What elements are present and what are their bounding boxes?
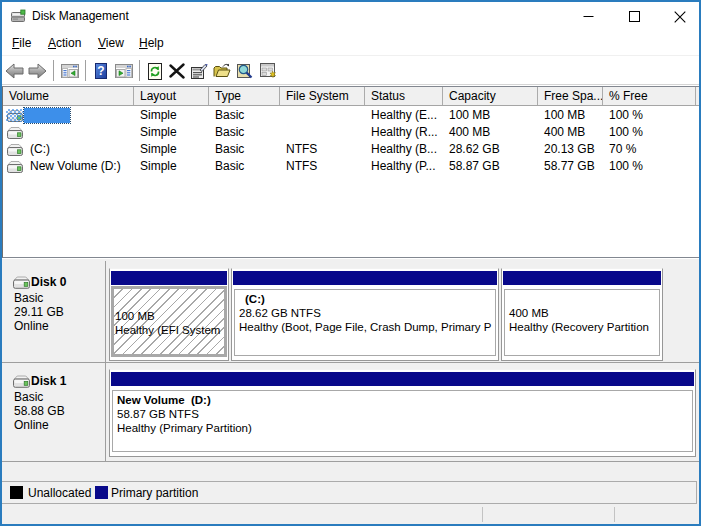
volume-row-d[interactable]: New Volume (D:) Simple Basic NTFS Health… bbox=[3, 158, 700, 175]
disk0-state: Online bbox=[14, 319, 49, 333]
column-header-free-space[interactable]: Free Spa... bbox=[538, 87, 603, 105]
partition-new-volume-d[interactable]: New Volume (D:) 58.87 GB NTFS Healthy (P… bbox=[109, 369, 696, 457]
console-tree-icon bbox=[61, 63, 79, 79]
cell-pct-free: 100 % bbox=[603, 158, 696, 175]
status-bar-separator bbox=[482, 507, 483, 522]
refresh-icon bbox=[147, 63, 163, 80]
cell-capacity: 58.87 GB bbox=[443, 158, 538, 175]
delete-icon bbox=[169, 63, 185, 79]
minimize-icon bbox=[583, 11, 594, 22]
partition-name bbox=[115, 295, 224, 309]
legend-bar: Unallocated Primary partition bbox=[2, 481, 697, 504]
close-button[interactable] bbox=[657, 2, 701, 31]
cell-pct-free: 100 % bbox=[603, 107, 696, 124]
volume-list: Volume Layout Type File System Status Ca… bbox=[2, 86, 699, 258]
partition-recovery-body: 400 MB Healthy (Recovery Partition bbox=[504, 289, 660, 356]
legend-label-primary-partition: Primary partition bbox=[111, 482, 198, 504]
find-button[interactable] bbox=[235, 62, 255, 80]
cell-pct-free: 70 % bbox=[603, 141, 696, 158]
menubar: File Action View Help bbox=[2, 31, 699, 56]
column-header-type[interactable]: Type bbox=[209, 87, 280, 105]
help-topics-button[interactable] bbox=[258, 62, 278, 80]
partition-color-bar bbox=[111, 271, 227, 285]
disk0-kind: Basic bbox=[14, 291, 43, 305]
minimize-button[interactable] bbox=[565, 2, 611, 31]
close-icon bbox=[674, 11, 686, 23]
selection-overlay bbox=[6, 109, 24, 122]
cell-type: Basic bbox=[209, 124, 280, 141]
cell-free-space: 100 MB bbox=[538, 107, 603, 124]
volume-row-efi[interactable]: Simple Basic Healthy (E... 100 MB 100 MB… bbox=[3, 107, 700, 124]
partition-name: New Volume (D:) bbox=[117, 393, 692, 407]
volume-icon bbox=[7, 144, 23, 156]
column-header-status[interactable]: Status bbox=[365, 87, 443, 105]
titlebar[interactable]: Disk Management bbox=[2, 2, 699, 31]
forward-icon bbox=[28, 63, 47, 79]
legend-swatch-primary-partition bbox=[95, 486, 108, 499]
partition-new-volume-d-body: New Volume (D:) 58.87 GB NTFS Healthy (P… bbox=[112, 390, 693, 452]
cell-layout: Simple bbox=[134, 107, 209, 124]
column-header-capacity[interactable]: Capacity bbox=[443, 87, 538, 105]
disk-row-0: Disk 0 Basic 29.11 GB Online 100 MB Heal… bbox=[2, 261, 699, 363]
selected-volume-name[interactable] bbox=[24, 108, 70, 123]
cell-free-space: 400 MB bbox=[538, 124, 603, 141]
volume-icon bbox=[7, 127, 23, 139]
column-header-file-system[interactable]: File System bbox=[280, 87, 365, 105]
properties-icon bbox=[191, 63, 208, 79]
volume-row-c[interactable]: (C:) Simple Basic NTFS Healthy (B... 28.… bbox=[3, 141, 700, 158]
partition-name bbox=[509, 292, 659, 306]
menu-action[interactable]: Action bbox=[46, 31, 83, 55]
volume-icon bbox=[7, 161, 23, 173]
cell-status: Healthy (R... bbox=[365, 124, 443, 141]
forward-button[interactable] bbox=[27, 62, 47, 80]
back-button[interactable] bbox=[4, 62, 24, 80]
volume-row-recovery[interactable]: Simple Basic Healthy (R... 400 MB 400 MB… bbox=[3, 124, 700, 141]
partition-efi[interactable]: 100 MB Healthy (EFI System bbox=[109, 268, 229, 361]
properties-button[interactable] bbox=[189, 62, 209, 80]
cell-status: Healthy (P... bbox=[365, 158, 443, 175]
disk0-name: Disk 0 bbox=[31, 275, 66, 289]
cell-type: Basic bbox=[209, 107, 280, 124]
disk1-kind: Basic bbox=[14, 390, 43, 404]
help-button[interactable]: ? bbox=[91, 62, 111, 80]
partition-size: 58.87 GB NTFS bbox=[117, 407, 692, 421]
partition-recovery[interactable]: 400 MB Healthy (Recovery Partition bbox=[501, 268, 663, 361]
menu-view[interactable]: View bbox=[96, 31, 126, 55]
help-icon: ? bbox=[95, 63, 107, 79]
show-hide-action-pane-button[interactable] bbox=[114, 62, 134, 80]
show-hide-console-tree-button[interactable] bbox=[60, 62, 80, 80]
cell-volume bbox=[24, 124, 134, 141]
partition-status: Healthy (Boot, Page File, Crash Dump, Pr… bbox=[239, 320, 495, 334]
partition-name: (C:) bbox=[239, 292, 495, 306]
partition-status: Healthy (Primary Partition) bbox=[117, 421, 692, 435]
cell-file-system: NTFS bbox=[280, 141, 365, 158]
column-header-volume[interactable]: Volume bbox=[3, 87, 134, 105]
disk-row-1: Disk 1 Basic 58.88 GB Online New Volume … bbox=[2, 363, 699, 462]
maximize-button[interactable] bbox=[611, 2, 657, 31]
menu-file[interactable]: File bbox=[10, 31, 33, 55]
find-icon bbox=[237, 63, 253, 79]
partition-c[interactable]: (C:) 28.62 GB NTFS Healthy (Boot, Page F… bbox=[231, 268, 499, 361]
cell-type: Basic bbox=[209, 158, 280, 175]
column-header-layout[interactable]: Layout bbox=[134, 87, 209, 105]
partition-color-bar bbox=[503, 271, 661, 285]
open-folder-icon bbox=[213, 63, 231, 79]
legend-swatch-unallocated bbox=[10, 486, 23, 499]
cell-layout: Simple bbox=[134, 158, 209, 175]
cell-status: Healthy (B... bbox=[365, 141, 443, 158]
back-icon bbox=[5, 63, 24, 79]
refresh-button[interactable] bbox=[145, 62, 165, 80]
disk1-state: Online bbox=[14, 418, 49, 432]
status-bar-separator bbox=[614, 507, 615, 522]
open-button[interactable] bbox=[212, 62, 232, 80]
cell-status: Healthy (E... bbox=[365, 107, 443, 124]
disk-icon bbox=[13, 375, 30, 388]
partition-status: Healthy (Recovery Partition bbox=[509, 320, 659, 334]
disk0-label-cell[interactable]: Disk 0 Basic 29.11 GB Online bbox=[2, 261, 106, 362]
menu-help[interactable]: Help bbox=[137, 31, 166, 55]
column-header-pct-free[interactable]: % Free bbox=[603, 87, 696, 105]
disk-management-window: Disk Management File Action View Help bbox=[0, 0, 701, 526]
delete-button[interactable] bbox=[167, 62, 187, 80]
cell-volume: New Volume (D:) bbox=[24, 158, 134, 175]
disk1-label-cell[interactable]: Disk 1 Basic 58.88 GB Online bbox=[2, 363, 106, 461]
